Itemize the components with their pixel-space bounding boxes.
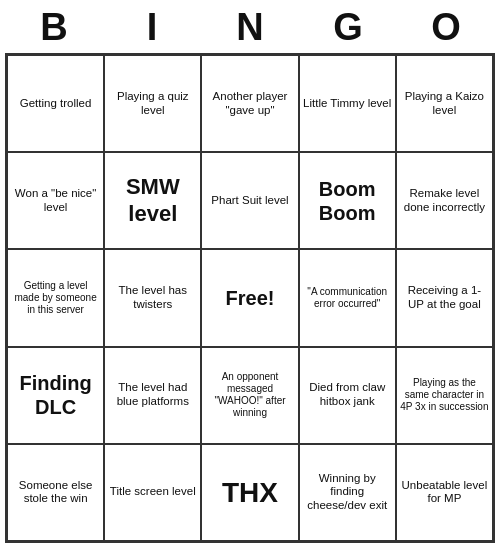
bingo-cell-6[interactable]: SMW level	[104, 152, 201, 249]
bingo-cell-17[interactable]: An opponent messaged "WAHOO!" after winn…	[201, 347, 298, 444]
letter-o: O	[401, 6, 491, 49]
letter-n: N	[205, 6, 295, 49]
bingo-cell-20[interactable]: Someone else stole the win	[7, 444, 104, 541]
bingo-cell-21[interactable]: Title screen level	[104, 444, 201, 541]
bingo-cell-7[interactable]: Phart Suit level	[201, 152, 298, 249]
bingo-cell-8[interactable]: Boom Boom	[299, 152, 396, 249]
bingo-cell-19[interactable]: Playing as the same character in 4P 3x i…	[396, 347, 493, 444]
bingo-cell-22[interactable]: THX	[201, 444, 298, 541]
letter-g: G	[303, 6, 393, 49]
bingo-cell-15[interactable]: Finding DLC	[7, 347, 104, 444]
bingo-cell-24[interactable]: Unbeatable level for MP	[396, 444, 493, 541]
bingo-cell-18[interactable]: Died from claw hitbox jank	[299, 347, 396, 444]
letter-b: B	[9, 6, 99, 49]
bingo-cell-16[interactable]: The level had blue platforms	[104, 347, 201, 444]
bingo-cell-9[interactable]: Remake level done incorrectly	[396, 152, 493, 249]
bingo-cell-12[interactable]: Free!	[201, 249, 298, 346]
bingo-cell-4[interactable]: Playing a Kaizo level	[396, 55, 493, 152]
bingo-cell-23[interactable]: Winning by finding cheese/dev exit	[299, 444, 396, 541]
bingo-cell-5[interactable]: Won a "be nice" level	[7, 152, 104, 249]
bingo-cell-13[interactable]: "A communication error occurred"	[299, 249, 396, 346]
bingo-grid: Getting trolledPlaying a quiz levelAnoth…	[5, 53, 495, 543]
bingo-cell-1[interactable]: Playing a quiz level	[104, 55, 201, 152]
bingo-cell-0[interactable]: Getting trolled	[7, 55, 104, 152]
bingo-cell-3[interactable]: Little Timmy level	[299, 55, 396, 152]
bingo-cell-11[interactable]: The level has twisters	[104, 249, 201, 346]
bingo-header: B I N G O	[5, 0, 495, 53]
bingo-cell-14[interactable]: Receiving a 1-UP at the goal	[396, 249, 493, 346]
bingo-cell-10[interactable]: Getting a level made by someone in this …	[7, 249, 104, 346]
letter-i: I	[107, 6, 197, 49]
bingo-cell-2[interactable]: Another player "gave up"	[201, 55, 298, 152]
